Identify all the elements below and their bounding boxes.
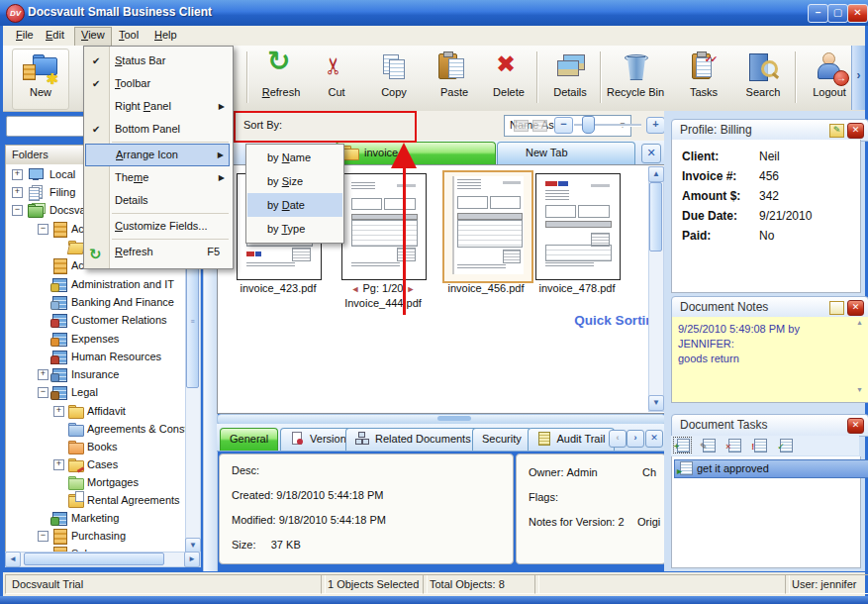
menu-item-customize-fields[interactable]: Customize Fields... bbox=[85, 215, 230, 238]
edit-task-icon[interactable]: ✎ bbox=[700, 438, 717, 453]
search-button[interactable]: Search bbox=[734, 49, 792, 110]
related-documents-icon bbox=[355, 432, 368, 445]
menu-file[interactable]: File bbox=[9, 27, 41, 46]
task-item-selected[interactable]: ▸ get it approved bbox=[674, 459, 868, 478]
tasks-icon: ✔✔ bbox=[684, 50, 723, 86]
profile-field-value: 9/21/2010 bbox=[759, 209, 812, 223]
close-notes-panel-button[interactable]: ✕ bbox=[847, 300, 864, 316]
details-button[interactable]: Details bbox=[541, 49, 599, 110]
menu-item-details[interactable]: Details bbox=[85, 189, 230, 212]
thumbnail-invoice-444[interactable] bbox=[341, 173, 427, 280]
menu-item-toolbar[interactable]: ✔ Toolbar bbox=[85, 72, 230, 95]
cabinet-icon bbox=[52, 222, 68, 236]
notes-scroll-up-icon[interactable]: ▲ bbox=[856, 319, 863, 326]
notes-scroll-down-icon[interactable]: ▼ bbox=[856, 386, 863, 393]
cut-button[interactable]: ✂ Cut bbox=[308, 49, 365, 110]
flags-label: Flags: bbox=[529, 491, 558, 503]
vault-folders-icon bbox=[28, 203, 44, 217]
refresh-button[interactable]: ↻ Refresh bbox=[252, 49, 310, 110]
close-profile-panel-button[interactable]: ✕ bbox=[847, 123, 864, 139]
zoom-out-button[interactable]: − bbox=[554, 117, 573, 134]
copy-button[interactable]: Copy bbox=[365, 49, 423, 110]
toolbar-overflow-chevron[interactable]: › bbox=[851, 46, 865, 110]
submenu-arrow-icon: ▶ bbox=[219, 95, 225, 118]
computer-icon bbox=[28, 167, 44, 181]
menu-item-theme[interactable]: Theme ▶ bbox=[85, 166, 230, 189]
menu-item-right-panel[interactable]: Right Panel ▶ bbox=[85, 95, 230, 118]
folder-paper-icon bbox=[67, 493, 83, 507]
cabinet-icon bbox=[52, 529, 68, 543]
menu-view[interactable]: View bbox=[74, 27, 112, 47]
menu-item-bottom-panel[interactable]: ✔ Bottom Panel bbox=[85, 118, 230, 141]
add-task-icon[interactable]: + bbox=[674, 438, 691, 453]
submenu-item-by-date[interactable]: by Date bbox=[247, 193, 342, 217]
view-menu-dropdown: ✔ Status Bar ✔ Toolbar Right Panel ▶ ✔ B… bbox=[83, 46, 234, 269]
close-tab-button[interactable]: ✕ bbox=[641, 144, 661, 163]
thumbnail-pager: ◄ Pg: 1/20 ► bbox=[336, 282, 431, 294]
tab-scroll-right-button[interactable]: › bbox=[627, 430, 644, 448]
delete-task-icon[interactable]: × bbox=[725, 438, 742, 453]
tab-security[interactable]: Security bbox=[472, 428, 531, 451]
minimize-button[interactable]: – bbox=[808, 4, 828, 23]
document-notes-text[interactable]: 9/25/2010 5:49:08 PM by JENNIFER: goods … bbox=[671, 317, 868, 403]
department-icon bbox=[52, 350, 68, 363]
close-detail-panel-button[interactable]: ✕ bbox=[645, 430, 663, 448]
checkmark-icon: ✔ bbox=[92, 72, 100, 95]
large-thumbnail-view-icon[interactable] bbox=[532, 120, 547, 132]
new-button[interactable]: ✱ New bbox=[12, 49, 69, 110]
thumbnail-invoice-456-selected[interactable] bbox=[442, 170, 533, 283]
menu-item-refresh[interactable]: ↻ Refresh F5 bbox=[85, 241, 230, 263]
logout-button[interactable]: → Logout bbox=[800, 49, 859, 110]
small-thumbnail-view-icon[interactable] bbox=[514, 120, 529, 132]
thumb-scrollbar-thumb[interactable] bbox=[649, 182, 662, 252]
profile-field-label: Invoice #: bbox=[682, 169, 736, 183]
title-bar: DV Docsvault Small Business Client – ▢ ✕ bbox=[0, 0, 868, 26]
search-icon bbox=[743, 50, 783, 86]
tree-scroll-left-button[interactable]: ◄ bbox=[5, 552, 21, 567]
app-window: DV Docsvault Small Business Client – ▢ ✕… bbox=[0, 0, 868, 604]
page-next-icon[interactable]: ► bbox=[407, 284, 416, 294]
folder-yellow-icon bbox=[67, 404, 83, 418]
zoom-in-button[interactable]: + bbox=[646, 117, 665, 134]
delete-button[interactable]: ✖ Delete bbox=[480, 49, 537, 110]
department-icon bbox=[52, 385, 68, 399]
menu-item-arrange-icon[interactable]: Arrange Icon ▶ bbox=[85, 144, 230, 166]
tab-audit-trail[interactable]: Audit Trail bbox=[528, 428, 615, 451]
menu-help[interactable]: Help bbox=[147, 27, 184, 46]
clipped-column-text: Origi bbox=[637, 516, 660, 528]
tab-new-tab[interactable]: New Tab bbox=[497, 142, 635, 164]
tree-scroll-right-button[interactable]: ► bbox=[184, 552, 200, 567]
thumb-scroll-down-button[interactable]: ▼ bbox=[648, 395, 664, 411]
submenu-item-by-name[interactable]: by Name bbox=[247, 146, 342, 169]
thumbnail-invoice-478[interactable] bbox=[535, 173, 621, 280]
tasks-button[interactable]: ✔✔ Tasks bbox=[675, 49, 732, 110]
menu-bar: File Edit View Tool Help bbox=[3, 26, 865, 47]
maximize-button[interactable]: ▢ bbox=[827, 4, 848, 23]
clipped-column-text: Ch bbox=[642, 466, 656, 478]
menu-edit[interactable]: Edit bbox=[39, 27, 71, 46]
tab-related-documents[interactable]: Related Documents bbox=[345, 428, 481, 451]
tree-hscrollbar-thumb[interactable] bbox=[24, 553, 164, 565]
task-info-icon[interactable]: ! bbox=[751, 438, 768, 453]
profile-field-value: No bbox=[759, 229, 774, 243]
tree-scrollbar-thumb[interactable]: ≡ bbox=[186, 257, 199, 388]
close-tasks-panel-button[interactable]: ✕ bbox=[847, 418, 864, 434]
submenu-item-by-size[interactable]: by Size bbox=[247, 169, 342, 193]
menu-tool[interactable]: Tool bbox=[112, 27, 145, 46]
close-button[interactable]: ✕ bbox=[847, 4, 868, 23]
annotation-highlight-rectangle bbox=[234, 111, 417, 143]
paste-icon bbox=[434, 50, 474, 86]
edit-profile-icon[interactable]: ✎ bbox=[829, 124, 844, 138]
menu-item-status-bar[interactable]: ✔ Status Bar bbox=[85, 50, 230, 72]
tab-scroll-left-button[interactable]: ‹ bbox=[609, 430, 627, 448]
zoom-slider-thumb[interactable] bbox=[582, 116, 595, 134]
tab-general[interactable]: General bbox=[220, 428, 278, 451]
open-folder-icon bbox=[67, 240, 83, 253]
add-note-icon[interactable] bbox=[829, 301, 844, 315]
thumb-scroll-up-button[interactable]: ▲ bbox=[648, 166, 664, 182]
complete-task-icon[interactable]: ✓ bbox=[777, 438, 794, 453]
recycle-bin-button[interactable]: Recycle Bin bbox=[605, 49, 666, 110]
paste-button[interactable]: Paste bbox=[426, 49, 483, 110]
page-prev-icon[interactable]: ◄ bbox=[351, 284, 360, 294]
submenu-item-by-type[interactable]: by Type bbox=[247, 217, 342, 241]
